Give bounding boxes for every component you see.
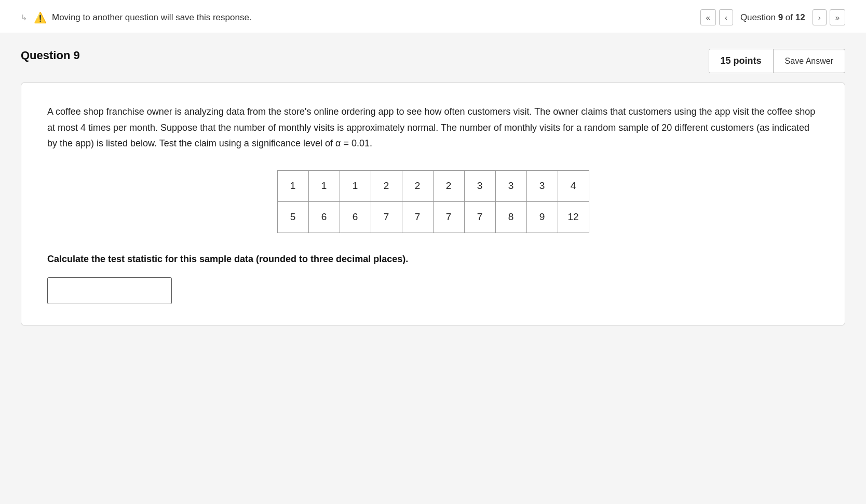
points-label: 15 points [709,49,774,73]
table-row: 1112223334 [277,170,589,201]
nav-total: 12 [795,12,805,22]
question-box: A coffee shop franchise owner is analyzi… [21,83,845,325]
table-cell: 4 [558,170,589,201]
table-cell: 12 [558,201,589,233]
redirect-icon: ↳ [21,13,28,22]
nav-first-button[interactable]: « [700,9,716,25]
top-bar: ↳ ⚠️ Moving to another question will sav… [0,0,866,33]
nav-prev-button[interactable]: ‹ [719,9,733,25]
nav-question-text: Question 9 of 12 [740,12,805,23]
answer-input[interactable] [47,277,172,304]
data-table: 111222333456677778912 [277,170,589,233]
nav-next-button[interactable]: › [813,9,827,25]
table-cell: 2 [371,170,402,201]
table-cell: 1 [340,170,371,201]
table-cell: 7 [464,201,495,233]
data-table-wrapper: 111222333456677778912 [47,170,819,233]
nav-last-button[interactable]: » [830,9,845,25]
table-cell: 7 [371,201,402,233]
table-cell: 7 [402,201,433,233]
table-cell: 6 [308,201,340,233]
table-cell: 5 [277,201,308,233]
table-cell: 6 [340,201,371,233]
question-header: Question 9 15 points Save Answer [21,49,845,73]
table-cell: 1 [308,170,340,201]
points-save-container: 15 points Save Answer [709,49,845,73]
table-cell: 8 [495,201,526,233]
warning-icon: ⚠️ [34,11,47,24]
warning-text: Moving to another question will save thi… [52,12,252,23]
warning-message: ↳ ⚠️ Moving to another question will sav… [21,11,252,24]
table-cell: 9 [526,201,558,233]
question-body-text: A coffee shop franchise owner is analyzi… [47,104,819,152]
table-cell: 3 [495,170,526,201]
nav-question-number: 9 [778,12,783,22]
table-cell: 2 [402,170,433,201]
table-row: 56677778912 [277,201,589,233]
main-content: Question 9 15 points Save Answer A coffe… [0,33,866,341]
table-cell: 2 [433,170,464,201]
table-cell: 1 [277,170,308,201]
table-cell: 3 [464,170,495,201]
calculate-label: Calculate the test statistic for this sa… [47,254,819,265]
save-answer-button[interactable]: Save Answer [774,50,845,72]
table-cell: 3 [526,170,558,201]
question-title: Question 9 [21,49,80,62]
table-cell: 7 [433,201,464,233]
nav-controls: « ‹ Question 9 of 12 › » [700,9,845,25]
